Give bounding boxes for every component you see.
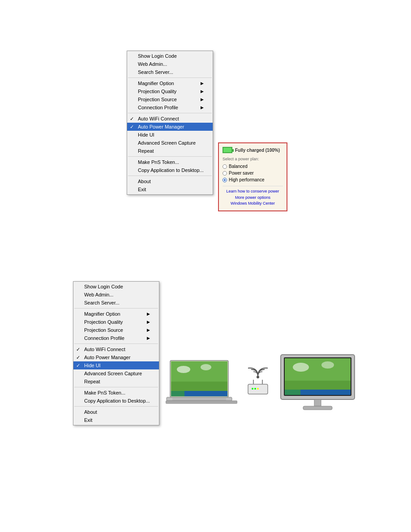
battery-icon	[223, 147, 232, 153]
svg-point-17	[254, 388, 256, 390]
svg-rect-8	[166, 401, 237, 403]
svg-point-3	[177, 366, 190, 373]
menu-item-show-login[interactable]: Show Login Code	[127, 52, 213, 60]
menu-item-proj-source2[interactable]: Projection Source	[73, 326, 159, 334]
svg-rect-27	[314, 399, 321, 406]
menu-item-repeat[interactable]: Repeat	[127, 147, 213, 155]
svg-point-18	[257, 388, 259, 390]
menu-item-make-pns2[interactable]: Make PnS Token...	[73, 389, 159, 397]
power-radio-group: BalancedPower saverHigh performance	[223, 164, 283, 182]
power-subtitle: Select a power plan:	[223, 157, 283, 161]
menu-item-auto-wifi[interactable]: Auto WiFi Connect	[127, 115, 213, 123]
menu-item-auto-power2[interactable]: Auto Power Manager	[73, 353, 159, 361]
power-link[interactable]: Windows Mobility Center	[223, 201, 283, 207]
svg-rect-10	[172, 399, 226, 399]
svg-point-23	[293, 363, 309, 372]
radio-circle	[223, 164, 227, 169]
menu-separator	[74, 406, 158, 407]
svg-point-4	[201, 364, 211, 370]
power-links: Learn how to conserve powerMore power op…	[223, 186, 283, 207]
menu-item-search-server2[interactable]: Search Server...	[73, 299, 159, 307]
svg-rect-28	[303, 406, 332, 410]
wifi-router-icon	[244, 367, 271, 399]
menu-item-web-admin2[interactable]: Web Admin...	[73, 291, 159, 299]
power-title: Fully charged (100%)	[235, 148, 280, 153]
power-option-high-performance[interactable]: High performance	[223, 177, 283, 182]
menu-separator	[128, 176, 212, 176]
radio-circle	[223, 171, 227, 176]
menu-item-show-login2[interactable]: Show Login Code	[73, 283, 159, 291]
menu-item-repeat2[interactable]: Repeat	[73, 378, 159, 386]
menu-item-exit[interactable]: Exit	[127, 185, 213, 193]
menu-item-conn-profile2[interactable]: Connection Profile	[73, 334, 159, 342]
menu-item-about[interactable]: About	[127, 177, 213, 185]
menu-item-make-pns[interactable]: Make PnS Token...	[127, 158, 213, 166]
svg-rect-11	[172, 400, 226, 400]
svg-rect-26	[285, 390, 300, 395]
svg-rect-6	[171, 391, 184, 396]
svg-point-12	[257, 376, 259, 378]
menu-item-hide-ui[interactable]: Hide UI	[127, 131, 213, 139]
menu-item-exit2[interactable]: Exit	[73, 416, 159, 424]
power-option-balanced[interactable]: Balanced	[223, 164, 283, 169]
menu-item-copy-app2[interactable]: Copy Application to Desktop...	[73, 397, 159, 405]
menu-separator	[74, 387, 158, 387]
laptop-icon	[166, 358, 237, 413]
power-option-power-saver[interactable]: Power saver	[223, 171, 283, 176]
menu-item-proj-quality2[interactable]: Projection Quality	[73, 318, 159, 326]
svg-point-24	[321, 361, 334, 369]
menu-item-proj-source[interactable]: Projection Source	[127, 95, 213, 103]
menu-item-web-admin[interactable]: Web Admin...	[127, 60, 213, 68]
menu-item-proj-quality[interactable]: Projection Quality	[127, 87, 213, 95]
menu-item-copy-app[interactable]: Copy Application to Desktop...	[127, 166, 213, 174]
menu-separator	[128, 156, 212, 157]
menu-separator	[74, 308, 158, 309]
menu-item-auto-wifi2[interactable]: Auto WiFi Connect	[73, 345, 159, 353]
menu-separator	[128, 77, 212, 78]
menu-item-conn-profile[interactable]: Connection Profile	[127, 103, 213, 112]
power-panel-header: Fully charged (100%)	[223, 147, 283, 153]
menu-item-hide-ui2[interactable]: Hide UI	[73, 361, 159, 369]
tv-icon	[278, 354, 357, 413]
svg-rect-9	[172, 398, 226, 399]
menu-separator	[128, 113, 212, 113]
menu-item-magnifier2[interactable]: Magnifier Option	[73, 310, 159, 318]
menu-item-adv-screen2[interactable]: Advanced Screen Capture	[73, 369, 159, 378]
menu-item-about2[interactable]: About	[73, 408, 159, 416]
svg-point-16	[252, 388, 253, 390]
radio-circle	[223, 178, 227, 182]
power-link[interactable]: Learn how to conserve power	[223, 189, 283, 195]
power-options-panel: Fully charged (100%)Select a power plan:…	[218, 142, 287, 211]
menu-item-auto-power[interactable]: Auto Power Manager	[127, 123, 213, 131]
menu-separator	[74, 343, 158, 344]
menu-item-magnifier[interactable]: Magnifier Option	[127, 79, 213, 87]
menu-item-adv-screen[interactable]: Advanced Screen Capture	[127, 139, 213, 147]
power-link[interactable]: More power options	[223, 195, 283, 201]
menu-item-search-server[interactable]: Search Server...	[127, 68, 213, 76]
illustration-area	[166, 354, 357, 413]
